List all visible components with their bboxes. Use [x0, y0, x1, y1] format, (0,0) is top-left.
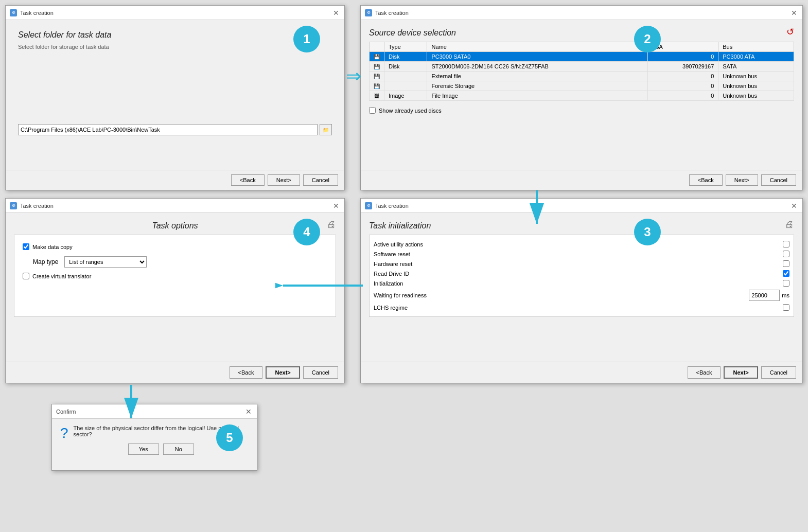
show-used-label: Show already used discs [379, 108, 442, 114]
title-bar-2: ⚙ Task creation ✕ [361, 6, 802, 20]
col-type: Type [384, 42, 427, 52]
option-row-hardware-reset: Hardware reset [370, 259, 794, 269]
option-label: Active utility actions [374, 241, 423, 247]
initialization-checkbox[interactable] [783, 280, 789, 287]
table-row[interactable]: 🖼 Image File Image 0 Unknown bus [370, 91, 794, 101]
option-label: Waiting for readiness [374, 292, 427, 298]
option-row-waiting: Waiting for readiness ms [370, 288, 794, 303]
cancel-btn-4[interactable]: Cancel [303, 366, 338, 379]
device-table: Type Name LBA Bus 💾 Disk PC3000 SATA0 0 … [369, 42, 794, 101]
title-bar-5: Confirm ✕ [52, 404, 257, 419]
refresh-icon[interactable]: ↺ [786, 26, 794, 38]
path-row: 📁 [18, 124, 332, 135]
step-bubble-4: 4 [293, 219, 320, 245]
settings-icon-4[interactable]: 🖨 [327, 219, 336, 230]
next-btn-2[interactable]: Next> [726, 174, 758, 186]
read-drive-id-checkbox[interactable] [783, 270, 789, 277]
option-row-initialization: Initialization [370, 278, 794, 288]
arrow-down-2 [118, 385, 144, 428]
yes-btn[interactable]: Yes [128, 444, 159, 455]
option-label: Software reset [374, 251, 410, 257]
path-input[interactable] [18, 124, 318, 135]
title-text-1: Task creation [20, 10, 54, 16]
app-icon-3: ⚙ [365, 202, 372, 209]
title-bar-4: ⚙ Task creation ✕ [6, 199, 344, 213]
lchs-checkbox[interactable] [783, 304, 789, 311]
table-row[interactable]: 💾 External file 0 Unknown bus [370, 72, 794, 81]
close-btn-3[interactable]: ✕ [790, 202, 798, 209]
map-type-dropdown[interactable]: List of ranges Bitmap None [64, 256, 147, 268]
cancel-btn-1[interactable]: Cancel [303, 174, 338, 186]
option-label: Hardware reset [374, 261, 412, 267]
create-virtual-checkbox[interactable] [23, 273, 29, 279]
step-bubble-5: 5 [216, 424, 243, 451]
task-init-panel: Active utility actions Software reset Ha… [369, 235, 794, 317]
col-bus: Bus [718, 42, 794, 52]
close-btn-5[interactable]: ✕ [244, 408, 253, 415]
browse-btn[interactable]: 📁 [320, 124, 332, 135]
window1-heading: Select folder for task data [18, 30, 332, 40]
title-text-3: Task creation [375, 203, 409, 209]
close-btn-4[interactable]: ✕ [332, 202, 340, 209]
arrow-left-1 [275, 273, 363, 300]
back-btn-1[interactable]: <Back [231, 174, 265, 186]
title-bar-1: ⚙ Task creation ✕ [6, 6, 344, 20]
window-3: ⚙ Task creation ✕ Task initialization 🖨 … [360, 198, 803, 383]
make-data-copy-text: Make data copy [32, 244, 73, 250]
show-used-checkbox[interactable] [369, 107, 376, 114]
close-btn-1[interactable]: ✕ [332, 9, 340, 16]
option-row-read-drive-id: Read Drive ID [370, 269, 794, 278]
app-icon-4: ⚙ [10, 202, 17, 209]
option-label: LCHS regime [374, 305, 408, 311]
hardware-reset-checkbox[interactable] [783, 260, 789, 267]
window4-footer: <Back Next> Cancel [6, 362, 344, 383]
window4-heading: Task options [14, 221, 336, 230]
waiting-input[interactable] [749, 290, 780, 301]
ms-label: ms [782, 292, 789, 298]
table-row[interactable]: 💾 Forensic Storage 0 Unknown bus [370, 81, 794, 91]
no-btn[interactable]: No [163, 444, 194, 455]
step-bubble-3: 3 [634, 219, 661, 245]
settings-icon-3[interactable]: 🖨 [785, 219, 794, 230]
title-text-4: Task creation [20, 203, 54, 209]
arrow-right-1: ⇒ [346, 67, 361, 85]
software-reset-checkbox[interactable] [783, 251, 789, 257]
table-row[interactable]: 💾 Disk ST2000DM006-2DM164 CC26 S/N:Z4Z75… [370, 62, 794, 72]
window2-footer: <Back Next> Cancel [361, 170, 802, 190]
back-btn-2[interactable]: <Back [689, 174, 723, 186]
next-btn-3[interactable]: Next> [724, 366, 758, 379]
title-bar-3: ⚙ Task creation ✕ [361, 199, 802, 213]
option-row-software-reset: Software reset [370, 249, 794, 259]
active-utility-checkbox[interactable] [783, 241, 789, 247]
create-virtual-text: Create virtual translator [32, 273, 91, 279]
cancel-btn-3[interactable]: Cancel [761, 366, 796, 379]
question-icon: ? [60, 425, 68, 441]
window3-footer: <Back Next> Cancel [361, 362, 802, 383]
back-btn-3[interactable]: <Back [688, 366, 721, 379]
map-type-label: Map type [33, 258, 58, 265]
window1-footer: <Back Next> Cancel [6, 170, 344, 190]
app-icon-2: ⚙ [365, 9, 372, 16]
make-data-copy-label[interactable]: Make data copy [23, 243, 327, 250]
option-row-lchs: LCHS regime [370, 303, 794, 312]
arrow-down-1 [524, 190, 550, 233]
option-label: Initialization [374, 280, 403, 287]
make-data-copy-checkbox[interactable] [23, 243, 29, 250]
col-name: Name [427, 42, 648, 52]
close-btn-2[interactable]: ✕ [790, 9, 798, 16]
step-bubble-1: 1 [293, 26, 320, 52]
window-1: ⚙ Task creation ✕ Select folder for task… [5, 5, 345, 190]
back-btn-4[interactable]: <Back [230, 366, 263, 379]
app-icon-1: ⚙ [10, 9, 17, 16]
window2-heading: Source device selection [369, 28, 794, 38]
cancel-btn-2[interactable]: Cancel [761, 174, 796, 186]
table-row[interactable]: 💾 Disk PC3000 SATA0 0 PC3000 ATA [370, 52, 794, 62]
option-label: Read Drive ID [374, 271, 409, 277]
next-btn-1[interactable]: Next> [268, 174, 300, 186]
next-btn-4[interactable]: Next> [266, 366, 300, 379]
option-row-active-utility: Active utility actions [370, 239, 794, 249]
window-2: ⚙ Task creation ✕ Source device selectio… [360, 5, 803, 190]
title-text-2: Task creation [375, 10, 409, 16]
title-text-5: Confirm [56, 409, 76, 415]
show-used-checkbox-label[interactable]: Show already used discs [369, 107, 794, 114]
